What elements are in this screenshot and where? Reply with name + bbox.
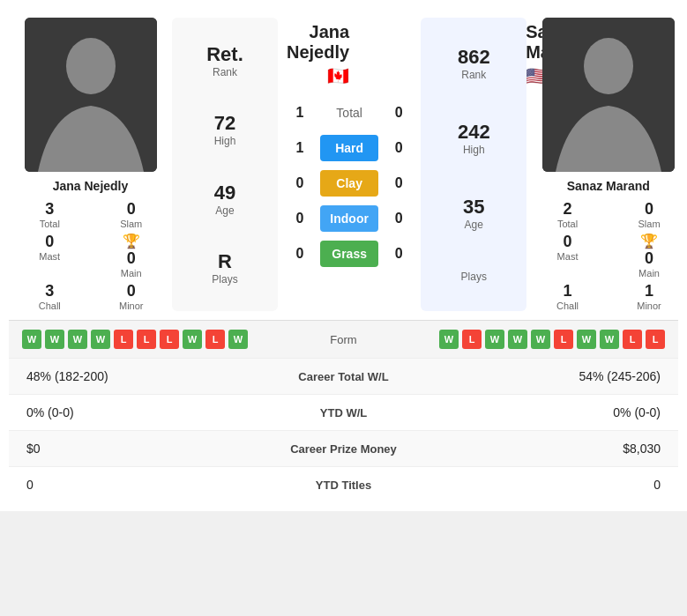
stats-row-left-2: $0: [26, 442, 265, 456]
left-stat-slam: 0 Slam: [95, 200, 168, 229]
right-form-badges: WLWWWLWWLL: [397, 330, 666, 349]
left-stat-trophy: 🏆 0 Main: [95, 233, 168, 278]
middle-section: Jana Nejedly 🇨🇦 Sanaz Marand 🇺🇸 1 Total …: [282, 18, 416, 311]
right-form-badge-w: W: [600, 330, 619, 349]
stats-row-0: 48% (182-200)Career Total W/L54% (245-20…: [9, 358, 678, 394]
right-age-stat: 35 Age: [463, 196, 484, 231]
left-stat-chall: 3 Chall: [13, 282, 86, 311]
left-form-badge-w: W: [91, 330, 110, 349]
form-section: WWWWLLLWLW Form WLWWWLWWLL: [9, 320, 678, 358]
right-form-badge-l: L: [462, 330, 482, 349]
left-stat-total: 3 Total: [13, 200, 86, 229]
right-player-avatar: [542, 18, 675, 172]
player-names-header: Jana Nejedly 🇨🇦 Sanaz Marand 🇺🇸: [287, 18, 412, 100]
grass-surface-btn[interactable]: Grass: [320, 241, 378, 267]
stats-row-left-3: 0: [26, 478, 265, 492]
right-stat-chall: 1 Chall: [531, 282, 604, 311]
svg-point-1: [66, 38, 116, 94]
stats-row-1: 0% (0-0)YTD W/L0% (0-0): [9, 394, 678, 430]
left-form-badge-l: L: [114, 330, 133, 349]
left-plays-stat: R Plays: [212, 250, 237, 286]
clay-row: 0 Clay 0: [287, 170, 412, 197]
right-form-badge-w: W: [531, 330, 550, 349]
main-container: Jana Nejedly 3 Total 0 Slam 0 Mast 🏆 0: [0, 0, 687, 511]
indoor-surface-btn[interactable]: Indoor: [320, 205, 378, 232]
total-row: 1 Total 0: [287, 100, 412, 126]
left-rank-stat: Ret. Rank: [206, 43, 243, 78]
left-form-badge-w: W: [22, 330, 41, 349]
left-center-stats: Ret. Rank 72 High 49 Age R Plays: [172, 18, 278, 311]
form-label: Form: [291, 333, 397, 346]
right-form-badge-l: L: [554, 330, 573, 349]
right-form-badge-w: W: [485, 330, 504, 349]
left-player-card: Jana Nejedly 3 Total 0 Slam 0 Mast 🏆 0: [13, 18, 168, 311]
left-age-stat: 49 Age: [214, 182, 235, 217]
left-flag: 🇨🇦: [287, 65, 349, 86]
right-form-badge-w: W: [577, 330, 596, 349]
left-form-badge-w: W: [45, 330, 64, 349]
left-trophy-icon: 🏆: [123, 233, 140, 249]
right-form-badge-w: W: [439, 330, 459, 349]
right-player-stats: 2 Total 0 Slam 0 Mast 🏆 0 Main 1: [531, 200, 685, 311]
indoor-row: 0 Indoor 0: [287, 205, 412, 232]
left-form-badge-l: L: [137, 330, 156, 349]
grass-row: 0 Grass 0: [287, 241, 412, 267]
left-form-badge-l: L: [160, 330, 179, 349]
stats-row-2: $0Career Prize Money$8,030: [9, 430, 678, 466]
right-stat-total: 2 Total: [531, 200, 604, 229]
total-label: Total: [320, 100, 378, 126]
left-stat-minor: 0 Minor: [95, 282, 168, 311]
hard-row: 1 Hard 0: [287, 135, 412, 161]
clay-surface-btn[interactable]: Clay: [320, 170, 378, 197]
stats-row-right-3: 0: [423, 478, 661, 492]
stats-row-center-2: Career Prize Money: [265, 442, 423, 456]
right-form-badge-w: W: [508, 330, 527, 349]
right-trophy-icon: 🏆: [640, 233, 658, 249]
left-stat-mast: 0 Mast: [13, 233, 86, 278]
left-player-name: Jana Nejedly: [53, 179, 129, 193]
left-high-stat: 72 High: [214, 112, 236, 147]
hard-surface-btn[interactable]: Hard: [320, 135, 378, 161]
left-player-avatar: [25, 18, 157, 172]
right-player-name: Sanaz Marand: [567, 179, 650, 193]
left-form-badges: WWWWLLLWLW: [22, 330, 291, 349]
right-form-badge-l: L: [623, 330, 642, 349]
stats-row-left-1: 0% (0-0): [26, 405, 265, 419]
right-player-card: Sanaz Marand 2 Total 0 Slam 0 Mast 🏆 0: [531, 18, 685, 311]
left-form-badge-w: W: [68, 330, 87, 349]
right-rank-stat: 862 Rank: [458, 46, 490, 81]
right-plays-stat: Plays: [461, 271, 487, 283]
left-form-badge-w: W: [183, 330, 202, 349]
stats-rows: 48% (182-200)Career Total W/L54% (245-20…: [9, 358, 678, 502]
stats-row-right-1: 0% (0-0): [423, 405, 661, 419]
stats-row-right-0: 54% (245-206): [423, 369, 661, 383]
right-high-stat: 242 High: [458, 121, 490, 156]
stats-row-center-1: YTD W/L: [265, 406, 423, 419]
stats-row-center-3: YTD Titles: [265, 479, 423, 492]
right-stat-mast: 0 Mast: [531, 233, 604, 278]
stats-row-center-0: Career Total W/L: [265, 370, 423, 383]
right-stat-minor: 1 Minor: [613, 282, 686, 311]
right-stat-slam: 0 Slam: [613, 200, 686, 229]
stats-row-left-0: 48% (182-200): [26, 369, 265, 383]
svg-point-3: [584, 38, 633, 94]
right-form-badge-l: L: [646, 330, 665, 349]
player-section: Jana Nejedly 3 Total 0 Slam 0 Mast 🏆 0: [9, 9, 678, 320]
left-player-stats: 3 Total 0 Slam 0 Mast 🏆 0 Main 3: [13, 200, 168, 311]
right-center-stats: 862 Rank 242 High 35 Age Plays: [421, 18, 526, 311]
right-stat-trophy: 🏆 0 Main: [613, 233, 686, 278]
left-form-badge-w: W: [228, 330, 248, 349]
stats-row-3: 0YTD Titles0: [9, 466, 678, 502]
surface-rows: 1 Total 0 1 Hard 0 0 Clay 0 0: [287, 100, 412, 276]
left-header: Jana Nejedly 🇨🇦: [287, 22, 349, 86]
stats-row-right-2: $8,030: [423, 442, 661, 456]
left-form-badge-l: L: [205, 330, 225, 349]
